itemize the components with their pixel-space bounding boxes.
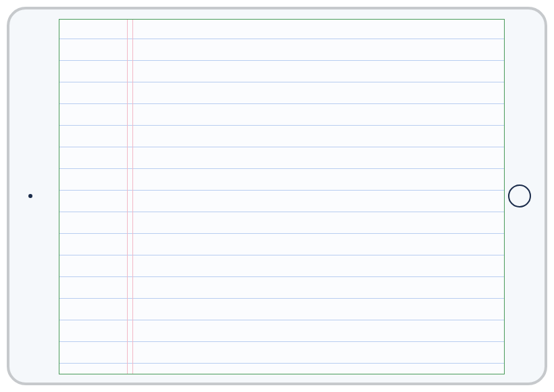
margin-line-left (127, 20, 128, 374)
notebook-paper[interactable] (59, 19, 505, 374)
ruled-line (59, 82, 504, 82)
ruled-line (59, 233, 504, 234)
margin-line-right (132, 20, 133, 374)
ruled-line (59, 276, 504, 277)
home-button[interactable] (508, 185, 531, 207)
ruled-line (59, 103, 504, 104)
ruled-line (59, 320, 504, 320)
ruled-line (59, 255, 504, 255)
ruled-line (59, 147, 504, 147)
ruled-line (59, 212, 504, 212)
ruled-line (59, 363, 504, 364)
ruled-line (59, 125, 504, 126)
ruled-line (59, 39, 504, 39)
ruled-line (59, 341, 504, 342)
ruled-line (59, 190, 504, 191)
ruled-line (59, 60, 504, 61)
tablet-frame (7, 7, 547, 385)
camera-icon (28, 194, 32, 198)
ruled-line (59, 298, 504, 299)
ruled-line (59, 168, 504, 169)
